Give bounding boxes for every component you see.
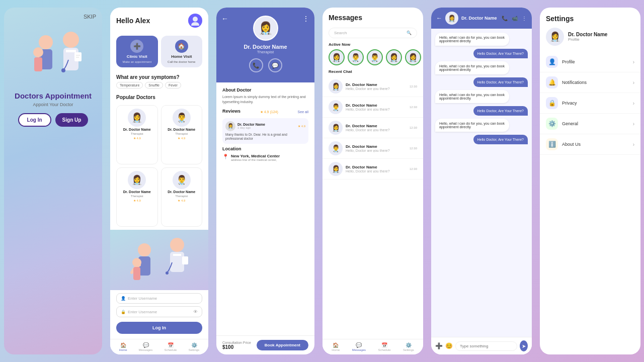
active-user-3[interactable]: 👨‍⚕️ [367, 49, 383, 65]
doctor-card-3[interactable]: 👩‍⚕️ Dr. Doctor Name Therapist ★ 4.9 [116, 167, 158, 227]
svg-rect-16 [182, 256, 188, 264]
panel-messages: Messages Search 🔍 Active Now 👩‍⚕️ 👨‍⚕️ 👨… [323, 8, 423, 354]
chat-video-icon[interactable]: 📹 [512, 16, 518, 21]
password-placeholder[interactable]: Enter Username [128, 310, 191, 314]
msg-schedule-icon: 📅 [381, 342, 387, 348]
call-button[interactable]: 📞 [249, 58, 263, 72]
password-input-wrapper: 🔒 Enter Username 👁 [116, 306, 202, 317]
active-user-2[interactable]: 👨‍⚕️ [348, 49, 364, 65]
username-input-wrapper: 👤 Enter Username [116, 293, 202, 304]
doctor-detail-name: Dr. Doctor Name [244, 44, 287, 50]
back-button[interactable]: ← [221, 15, 228, 23]
chat-avatar-1: 👩‍⚕️ [329, 79, 343, 94]
chat-input[interactable] [455, 341, 517, 351]
svg-point-19 [132, 258, 141, 267]
home-visit-card[interactable]: 🏠 Home Visit Call the doctor home [161, 36, 203, 67]
chat-name-3: Dr. Doctor Name [346, 124, 407, 128]
msg-home-label: Home [332, 348, 340, 351]
svg-point-17 [138, 243, 151, 256]
msg-received-4: Hello, what i can do for you, you can bo… [435, 119, 509, 132]
more-button[interactable]: ⋮ [302, 15, 309, 23]
add-icon[interactable]: ➕ [435, 342, 443, 349]
settings-menu-about[interactable]: ℹ️ About Us › [540, 134, 640, 155]
chat-item-4[interactable]: 👨‍⚕️ Dr. Doctor Name Hello, Doctor are y… [323, 138, 423, 159]
symptom-temperature[interactable]: Temperature [116, 82, 143, 88]
chat-msg-5: Hello, Doctor are you there? [346, 169, 407, 173]
signup-button[interactable]: Sign Up [55, 113, 89, 127]
chat-item-3[interactable]: 👩‍⚕️ Dr. Doctor Name Hello, Doctor are y… [323, 118, 423, 138]
price-info: Consultation Price $100 [222, 341, 251, 350]
chat-back-button[interactable]: ← [436, 15, 442, 22]
skip-button[interactable]: SKIP [84, 14, 96, 20]
svg-rect-20 [133, 267, 140, 280]
book-appointment-button[interactable]: Book Appointment [257, 340, 308, 350]
doctor-avatar-1: 👩‍⚕️ [128, 109, 146, 127]
doctor-spec-3: Therapist [131, 195, 143, 198]
settings-menu-privacy[interactable]: 🔒 Privacy › [540, 93, 640, 114]
app-title: Doctors Appointment [15, 92, 92, 100]
home-sub: Call the doctor home [168, 60, 195, 63]
doctor-rating: ★ 4.9 (124) [260, 110, 278, 114]
svg-point-3 [61, 68, 65, 72]
username-placeholder[interactable]: Enter Username [128, 296, 157, 301]
nav-schedule[interactable]: 📅 Schedule [164, 342, 177, 351]
search-bar[interactable]: Search 🔍 [329, 28, 417, 38]
dashboard-login-button[interactable]: Log In [116, 322, 202, 334]
login-button[interactable]: Log In [18, 113, 51, 127]
chat-item-1[interactable]: 👩‍⚕️ Dr. Doctor Name Hello, Doctor are y… [323, 76, 423, 97]
chat-item-2[interactable]: 👨‍⚕️ Dr. Doctor Name Hello, Doctor are y… [323, 97, 423, 118]
settings-menu-notifications[interactable]: 🔔 Notifications › [540, 72, 640, 93]
msg-home-icon: 🏠 [333, 342, 339, 348]
profile-menu-icon: 👤 [546, 56, 558, 68]
nav-home-label: Home [119, 348, 127, 351]
price-label: Consultation Price [222, 341, 251, 344]
nav-schedule-label: Schedule [164, 348, 177, 351]
profile-chevron-icon: › [633, 59, 634, 65]
svg-rect-4 [74, 52, 82, 61]
chat-phone-icon[interactable]: 📞 [502, 16, 508, 21]
chat-msg-3: Hello, Doctor are you there? [346, 128, 407, 132]
msg-nav-settings[interactable]: ⚙️ Settings [403, 342, 414, 351]
symptom-snuffle[interactable]: Snuffle [145, 82, 163, 88]
msg-nav-messages[interactable]: 💬 Messages [352, 342, 366, 351]
search-placeholder: Search [334, 31, 347, 35]
chat-header: ← 👩‍⚕️ Dr. Doctor Name 📞 📹 ⋮ [431, 8, 532, 29]
doctor-detail-specialty: Therapist [257, 50, 274, 54]
msg-sent-2: Hello Doctor, Are Your There? [473, 77, 528, 87]
clinic-visit-card[interactable]: ➕ Clinic Visit Make an appointment [116, 36, 158, 67]
emoji-icon[interactable]: 😊 [445, 342, 453, 349]
nav-messages[interactable]: 💬 Messages [139, 342, 152, 351]
chat-more-icon[interactable]: ⋮ [522, 16, 527, 21]
chat-time-5: 12:30 [410, 167, 417, 170]
privacy-menu-icon: 🔒 [546, 97, 558, 109]
settings-menu-general[interactable]: ⚙️ General › [540, 114, 640, 134]
active-user-4[interactable]: 👩‍⚕️ [386, 49, 402, 65]
login-form: 👤 Enter Username 🔒 Enter Username 👁 Log … [110, 290, 208, 339]
nav-settings[interactable]: ⚙️ Settings [189, 342, 200, 351]
doctor-spec-1: Therapist [131, 132, 143, 135]
active-user-5[interactable]: 👩‍⚕️ [405, 49, 421, 65]
location-addr: address line of the medical center, [231, 158, 280, 161]
message-button[interactable]: 💬 [268, 58, 282, 72]
see-all-link[interactable]: See all [298, 110, 308, 114]
msg-nav-home[interactable]: 🏠 Home [332, 342, 340, 351]
settings-menu-profile[interactable]: 👤 Profile › [540, 52, 640, 72]
nav-home[interactable]: 🏠 Home [119, 342, 127, 351]
clinic-title: Clinic Visit [127, 54, 147, 59]
user-avatar[interactable] [188, 14, 202, 28]
msg-nav-schedule[interactable]: 📅 Schedule [378, 342, 391, 351]
doctor-card-1[interactable]: 👩‍⚕️ Dr. Doctor Name Therapist ★ 4.9 [116, 105, 158, 164]
doctor-card-2[interactable]: 👨‍⚕️ Dr. Doctor Name Therapist ★ 4.9 [161, 105, 203, 164]
msg-received-1: Hello, what i can do for you, you can bo… [435, 33, 509, 46]
messages-bottom-nav: 🏠 Home 💬 Messages 📅 Schedule ⚙️ Settings [323, 339, 423, 354]
chat-doctor-name: Dr. Doctor Name [461, 16, 499, 21]
svg-point-7 [39, 35, 53, 49]
active-user-1[interactable]: 👩‍⚕️ [329, 49, 345, 65]
chat-item-5[interactable]: 👩‍⚕️ Dr. Doctor Name Hello, Doctor are y… [323, 159, 423, 179]
send-button[interactable]: ➤ [520, 340, 528, 351]
msg-received-3: Hello, what i can do for you, you can bo… [435, 90, 509, 103]
chat-input-area: ➕ 😊 ➤ [431, 337, 532, 354]
notifications-menu-icon: 🔔 [546, 76, 558, 88]
doctor-card-4[interactable]: 👨‍⚕️ Dr. Doctor Name Therapist ★ 4.9 [161, 167, 203, 227]
symptom-fever[interactable]: Fever [165, 82, 181, 88]
